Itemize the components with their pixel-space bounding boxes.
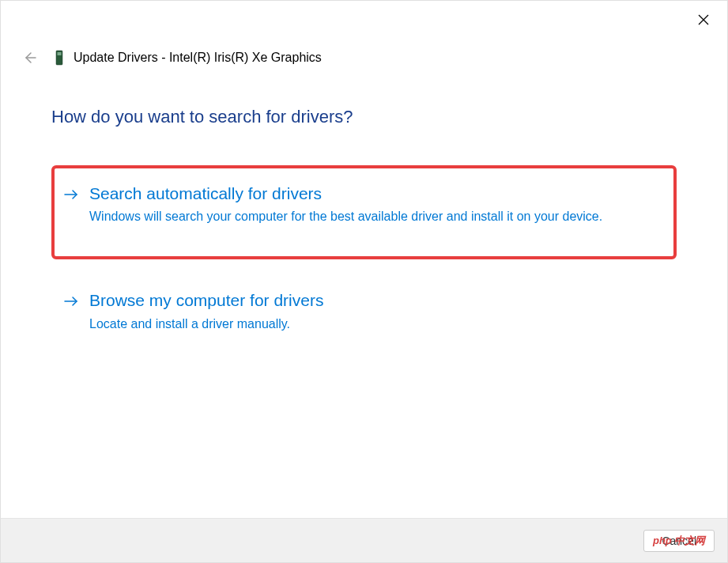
arrow-right-icon <box>62 293 80 313</box>
close-icon <box>698 14 709 25</box>
back-arrow-icon <box>22 51 36 65</box>
dialog-header: Update Drivers - Intel(R) Iris(R) Xe Gra… <box>1 1 727 67</box>
question-heading: How do you want to search for drivers? <box>51 107 677 127</box>
dialog-content: How do you want to search for drivers? S… <box>1 67 727 342</box>
option-browse-computer[interactable]: Browse my computer for drivers Locate an… <box>51 282 677 341</box>
dialog-title: Update Drivers - Intel(R) Iris(R) Xe Gra… <box>74 51 322 65</box>
device-icon <box>53 48 66 67</box>
cancel-label: Cancel <box>662 535 696 547</box>
option-title: Search automatically for drivers <box>89 183 659 204</box>
option-description: Locate and install a driver manually. <box>89 315 662 334</box>
close-button[interactable] <box>694 10 713 29</box>
back-button[interactable] <box>20 48 39 67</box>
svg-rect-4 <box>58 52 62 55</box>
update-drivers-dialog: Update Drivers - Intel(R) Iris(R) Xe Gra… <box>0 0 728 563</box>
option-title: Browse my computer for drivers <box>89 289 662 311</box>
arrow-right-icon <box>62 186 80 206</box>
option-description: Windows will search your computer for th… <box>89 207 659 226</box>
option-text: Browse my computer for drivers Locate an… <box>89 289 662 333</box>
cancel-button[interactable]: php 中文网 Cancel <box>643 530 715 552</box>
title-row: Update Drivers - Intel(R) Iris(R) Xe Gra… <box>53 48 322 67</box>
dialog-footer: php 中文网 Cancel <box>1 518 727 562</box>
option-search-automatically[interactable]: Search automatically for drivers Windows… <box>51 165 677 259</box>
option-text: Search automatically for drivers Windows… <box>89 183 659 226</box>
